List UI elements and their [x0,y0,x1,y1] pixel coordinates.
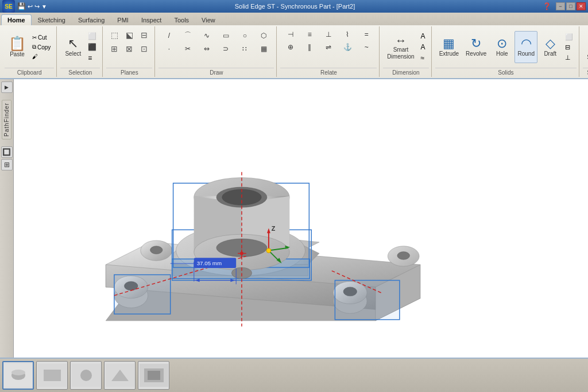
live-section-button[interactable]: ⬚ LiveSection [584,31,588,63]
coin-btn[interactable]: ⊕ [281,41,300,53]
curve-icon: ∿ [204,32,210,40]
draft-button[interactable]: ◇ Draft [539,31,562,63]
paste-button[interactable]: 📋 Paste [6,31,29,63]
shell-btn[interactable]: ⬜ [563,32,575,42]
title-bar: SE 💾 ↩ ↪ ▼ Solid Edge ST - Synchronous P… [0,0,588,13]
var-btn[interactable]: ~ [357,41,376,53]
extrude-button[interactable]: ▦ Extrude [436,31,462,63]
thumbnail-4[interactable] [104,361,136,390]
fixed-btn[interactable]: ⚓ [338,41,357,53]
plane-btn6[interactable]: ⊡ [137,42,151,55]
dim-prefix-btn[interactable]: A [419,42,428,52]
help-icon[interactable]: ❓ [543,2,551,10]
pathfinder-label[interactable]: PathFinder [2,100,11,139]
tab-inspect[interactable]: Inspect [135,14,168,25]
revolve-button[interactable]: ↻ Revolve [463,31,489,63]
round-icon: ◠ [521,37,532,50]
planes-label: Planes [106,68,152,76]
paste-icon: 📋 [9,37,26,51]
minimize-btn[interactable]: − [556,2,565,10]
3d-model-viewport[interactable]: Z 37.05 mm [25,85,456,343]
select-all-btn[interactable]: ⬛ [86,42,99,52]
select-opts-btn[interactable]: ≡ [86,53,99,63]
horiz-btn[interactable]: ⊣ [281,29,300,40]
poly-btn[interactable]: ⬡ [254,29,273,42]
select-button[interactable]: ↖ Select [61,31,84,63]
save-btn[interactable]: 💾 [17,2,26,10]
plane-btn3[interactable]: ⊟ [137,29,151,41]
arc-btn[interactable]: ⌒ [179,29,197,42]
sidebar-icon1[interactable]: 🔲 [1,146,13,158]
trim-btn[interactable]: ✂ [179,43,197,55]
trim-icon: ✂ [185,45,191,53]
sym-btn[interactable]: ⇌ [319,41,338,53]
curve-btn[interactable]: ∿ [198,29,216,42]
thumbnail-1[interactable] [2,361,34,390]
equal-btn[interactable]: = [357,29,376,40]
line-btn[interactable]: / [160,29,178,42]
plane-btn5[interactable]: ⊠ [122,42,136,55]
rect-btn[interactable]: ▭ [216,29,235,42]
fill-btn[interactable]: ▦ [254,43,273,55]
svg-rect-21 [335,280,400,319]
sidebar-icon2[interactable]: ⊞ [1,159,13,170]
thumbnail-2[interactable] [36,361,68,390]
dim-style-btn[interactable]: A [419,31,428,41]
fence-select-btn[interactable]: ⬜ [86,31,99,41]
section-label: Section [583,68,588,76]
tab-view[interactable]: View [195,14,222,25]
plane3-icon: ⊟ [141,30,148,40]
collin-btn[interactable]: ‖ [300,41,319,53]
vert-btn[interactable]: ≡ [300,29,319,40]
plane-btn4[interactable]: ⊞ [107,42,121,55]
svg-rect-20 [114,275,171,314]
restore-btn[interactable]: □ [566,2,575,10]
point-btn[interactable]: · [160,43,178,55]
tab-surfacing[interactable]: Surfacing [72,14,111,25]
close-btn[interactable]: ✕ [577,2,586,10]
format-icon: 🖌 [32,53,38,60]
horiz-icon: ⊣ [288,30,293,38]
perp-btn[interactable]: ⊥ [319,29,338,40]
svg-rect-58 [44,370,61,381]
var-icon: ~ [365,43,369,51]
circle-btn[interactable]: ○ [235,29,254,42]
tab-pmi[interactable]: PMI [111,14,135,25]
tab-tools[interactable]: Tools [168,14,195,25]
plane5-icon: ⊠ [126,44,133,53]
hole-button[interactable]: ⊙ Hole [490,31,513,63]
rib-btn[interactable]: ⊥ [563,53,575,63]
plane6-icon: ⊡ [141,44,148,53]
copy-button[interactable]: ⧉Copy [30,42,53,52]
tang-btn[interactable]: ⌇ [338,29,357,40]
customize-btn[interactable]: ▼ [41,3,47,10]
group-clipboard: 📋 Paste ✂Cut ⧉Copy 🖌 Clipboard [2,26,57,77]
tab-home[interactable]: Home [1,14,32,25]
dimprefix-icon: A [421,43,425,51]
format-painter-button[interactable]: 🖌 [30,52,53,61]
undo-btn[interactable]: ↩ [28,3,33,10]
mirror-btn[interactable]: ⇔ [198,43,216,55]
thumbnail-5[interactable] [138,361,169,390]
select-icon: ↖ [68,37,78,50]
rib-icon: ⊥ [565,54,571,61]
redo-btn[interactable]: ↪ [34,3,40,10]
vert-icon: ≡ [308,30,312,38]
dim-extra2-btn[interactable]: ≈ [419,53,428,63]
arc-icon: ⌒ [184,30,191,40]
smart-dim-button[interactable]: ↔ SmartDimension [384,31,417,63]
pattern-draw-btn[interactable]: ∷ [235,43,254,55]
plane-btn1[interactable]: ⬚ [107,29,121,41]
offset-btn[interactable]: ⊃ [216,43,235,55]
patterndraw-icon: ∷ [242,45,247,53]
thicken-btn[interactable]: ⊟ [563,42,575,52]
cut-button[interactable]: ✂Cut [30,33,53,42]
round-button[interactable]: ◠ Round [514,31,537,63]
tab-sketching[interactable]: Sketching [32,14,72,25]
clipboard-small-btns: ✂Cut ⧉Copy 🖌 [30,33,53,61]
selection-items: ↖ Select ⬜ ⬛ ≡ [60,28,100,67]
thumbnail-3[interactable] [70,361,102,390]
collin-icon: ‖ [308,43,311,51]
plane-btn2[interactable]: ⬕ [122,29,136,41]
move-btn[interactable]: ▶ [1,81,13,93]
